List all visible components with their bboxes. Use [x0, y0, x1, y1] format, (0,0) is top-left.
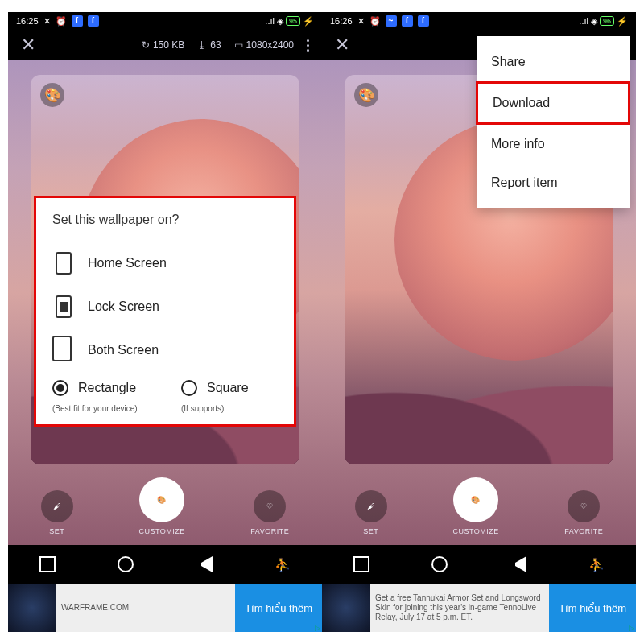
- menu-more-info[interactable]: More info: [477, 125, 630, 163]
- status-time: 16:26: [330, 16, 353, 26]
- menu-share[interactable]: Share: [477, 43, 630, 81]
- ad-icon: [8, 584, 56, 632]
- set-label: SET: [363, 527, 378, 535]
- brush-icon: 🖌: [53, 502, 61, 510]
- brush-icon: 🖌: [367, 502, 375, 510]
- dimensions-chip[interactable]: ▭ 1080x2400: [234, 39, 294, 51]
- ad-banner[interactable]: Get a free Tannukai Armor Set and Longsw…: [322, 584, 636, 632]
- wifi-icon: ◈: [591, 16, 597, 27]
- ad-text: WARFRAME.COM: [56, 600, 235, 616]
- nav-home[interactable]: [118, 556, 134, 572]
- favorite-button[interactable]: ♡ FAVORITE: [564, 490, 603, 535]
- radio-label: Square: [207, 381, 249, 395]
- favorite-button[interactable]: ♡ FAVORITE: [250, 490, 289, 535]
- modal-title: Set this wallpaper on?: [52, 213, 278, 227]
- option-label: Lock Screen: [88, 299, 159, 314]
- set-button[interactable]: 🖌 SET: [355, 490, 387, 535]
- favorite-label: FAVORITE: [564, 527, 603, 535]
- status-bar: 16:26 ✕ ⏰ ~ f f ..ıl ◈ 96 ⚡: [322, 12, 636, 30]
- hint-square: (If supports): [181, 404, 278, 413]
- customize-label: CUSTOMIZE: [138, 527, 184, 535]
- android-nav: ⛹: [322, 545, 636, 584]
- lock-icon: [56, 295, 72, 318]
- nav-recent[interactable]: [353, 556, 369, 572]
- size-chip[interactable]: ↻ 150 KB: [142, 39, 184, 51]
- menu-download[interactable]: Download: [476, 81, 630, 125]
- top-toolbar: ✕ ↻ 150 KB ⭳ 63 ▭ 1080x2400: [8, 30, 322, 60]
- option-label: Home Screen: [88, 256, 167, 270]
- battery-icon: 95: [286, 16, 300, 26]
- phone-right: 16:26 ✕ ⏰ ~ f f ..ıl ◈ 96 ⚡ ✕ ↻ 150 KB: [322, 12, 636, 632]
- set-wallpaper-modal: Set this wallpaper on? Home Screen Lock …: [34, 196, 296, 427]
- option-both-screen[interactable]: Both Screen: [52, 328, 278, 372]
- radio-icon: [52, 380, 68, 396]
- palette-icon[interactable]: 🎨: [40, 83, 64, 107]
- palette-icon: 🎨: [157, 496, 167, 504]
- alarm-icon: ⏰: [369, 16, 381, 27]
- ad-text: Get a free Tannukai Armor Set and Longsw…: [370, 590, 549, 625]
- android-nav: ⛹: [8, 545, 322, 584]
- customize-button[interactable]: 🎨 CUSTOMIZE: [138, 477, 184, 535]
- customize-button[interactable]: 🎨 CUSTOMIZE: [452, 477, 498, 535]
- alarm-icon: ⏰: [56, 16, 67, 27]
- battery-icon: 96: [600, 16, 614, 26]
- nav-recent[interactable]: [39, 556, 56, 572]
- hint-rectangle: (Best fit for your device): [52, 404, 149, 413]
- phone-icon: [56, 252, 72, 275]
- nav-home[interactable]: [431, 556, 448, 572]
- adchoices-icon[interactable]: ▷: [629, 624, 634, 632]
- option-lock-screen[interactable]: Lock Screen: [52, 285, 278, 328]
- dnd-icon: ✕: [43, 16, 51, 27]
- phone-left: 16:25 ✕ ⏰ f f ..ıl ◈ 95 ⚡ ✕ ↻ 150 KB ⭳ 6…: [8, 12, 322, 632]
- bottom-actions: 🖌 SET 🎨 CUSTOMIZE ♡ FAVORITE: [8, 477, 322, 535]
- ad-icon: [322, 584, 370, 632]
- close-icon[interactable]: ✕: [335, 35, 349, 56]
- overflow-menu: Share Download More info Report item: [477, 36, 630, 208]
- nav-accessibility[interactable]: ⛹: [588, 556, 605, 572]
- menu-report-item[interactable]: Report item: [477, 163, 630, 202]
- overflow-menu-icon[interactable]: [307, 39, 309, 52]
- palette-icon[interactable]: 🎨: [354, 83, 378, 107]
- adchoices-icon[interactable]: ▷: [315, 624, 320, 632]
- signal-icon: ..ıl: [265, 16, 275, 26]
- wifi-icon: ◈: [277, 16, 283, 27]
- radio-rectangle[interactable]: Rectangle: [52, 380, 149, 396]
- downloads-chip[interactable]: ⭳ 63: [197, 39, 221, 51]
- ad-banner[interactable]: WARFRAME.COM Tìm hiểu thêm ▷: [8, 584, 322, 632]
- customize-label: CUSTOMIZE: [452, 527, 498, 535]
- heart-icon: ♡: [266, 502, 274, 510]
- nav-back[interactable]: [196, 556, 213, 572]
- facebook-icon: f: [88, 15, 99, 27]
- heart-icon: ♡: [580, 502, 588, 510]
- favorite-label: FAVORITE: [250, 527, 289, 535]
- ad-cta[interactable]: Tìm hiểu thêm: [549, 584, 636, 632]
- both-icon: [56, 339, 72, 361]
- nav-back[interactable]: [510, 556, 526, 572]
- radio-label: Rectangle: [78, 381, 136, 395]
- facebook-icon: f: [72, 15, 83, 27]
- set-button[interactable]: 🖌 SET: [41, 490, 73, 535]
- option-home-screen[interactable]: Home Screen: [52, 242, 278, 285]
- status-time: 16:25: [16, 16, 39, 26]
- dnd-icon: ✕: [357, 16, 365, 27]
- set-label: SET: [49, 527, 64, 535]
- signal-icon: ..ıl: [579, 16, 588, 26]
- bolt-icon: ⚡: [617, 16, 628, 27]
- facebook-icon: f: [418, 15, 429, 27]
- palette-icon: 🎨: [471, 496, 481, 504]
- radio-icon: [181, 380, 197, 396]
- messenger-icon: ~: [386, 15, 397, 27]
- option-label: Both Screen: [88, 343, 159, 357]
- facebook-icon: f: [402, 15, 413, 27]
- bolt-icon: ⚡: [303, 16, 314, 27]
- status-bar: 16:25 ✕ ⏰ f f ..ıl ◈ 95 ⚡: [8, 12, 322, 30]
- ad-cta[interactable]: Tìm hiểu thêm: [235, 584, 322, 632]
- bottom-actions: 🖌 SET 🎨 CUSTOMIZE ♡ FAVORITE: [322, 477, 636, 535]
- nav-accessibility[interactable]: ⛹: [275, 556, 291, 572]
- radio-square[interactable]: Square: [181, 380, 278, 396]
- close-icon[interactable]: ✕: [21, 35, 35, 56]
